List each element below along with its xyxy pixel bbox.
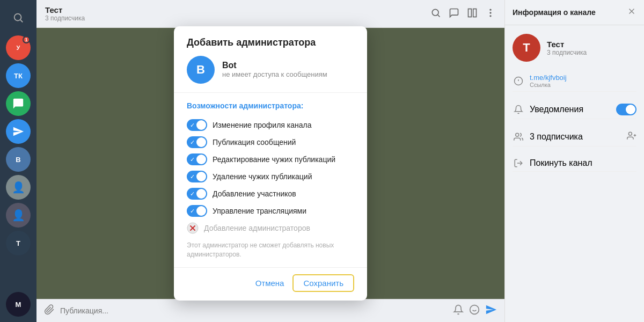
right-panel-body: Т Тест 3 подписчика t.me/kjfvboij Ссылка xyxy=(505,25,644,180)
sidebar-item-chat[interactable] xyxy=(6,91,31,116)
bot-avatar: B xyxy=(187,56,215,84)
perm-label-edit: Редактирование чужих публикаций xyxy=(213,155,335,164)
right-panel-header: Информация о канале xyxy=(505,0,644,25)
perm-row-edit: ✓ Редактирование чужих публикаций xyxy=(187,151,354,168)
members-row: 3 подписчика xyxy=(513,128,636,147)
sidebar-item-person2[interactable]: 👤 xyxy=(6,203,31,228)
bot-name: Bot xyxy=(222,61,327,70)
members-content: 3 подписчика xyxy=(530,132,621,142)
chat-input-bar xyxy=(36,299,504,322)
sidebar-item-udal[interactable]: У 1 xyxy=(6,35,31,60)
perm-label-profile: Изменение профиля канала xyxy=(213,121,311,129)
perm-toggle-profile[interactable]: ✓ xyxy=(187,119,207,131)
svg-point-7 xyxy=(489,12,491,13)
bell-panel-icon xyxy=(513,105,524,114)
perm-label-admins: Добавление администраторов xyxy=(204,224,310,232)
bot-info: B Bot не имеет доступа к сообщениям xyxy=(187,56,354,84)
notifications-toggle[interactable] xyxy=(616,104,636,115)
channel-avatar: Т xyxy=(513,34,540,62)
channel-link[interactable]: t.me/kjfvboij xyxy=(530,74,636,82)
modal-header: Добавить администратора B Bot не имеет д… xyxy=(174,26,367,93)
svg-point-0 xyxy=(14,14,21,21)
link-label: Ссылка xyxy=(530,82,636,88)
save-button[interactable]: Сохранить xyxy=(292,274,354,292)
add-member-icon[interactable] xyxy=(627,131,636,143)
perm-label-publish: Публикация сообщений xyxy=(213,138,296,147)
svg-rect-4 xyxy=(469,9,472,17)
leave-label: Покинуть канал xyxy=(530,158,636,168)
perm-row-members: ✓ Добавление участников xyxy=(187,185,354,202)
svg-point-20 xyxy=(516,133,519,136)
perm-row-publish: ✓ Публикация сообщений xyxy=(187,134,354,151)
close-icon[interactable] xyxy=(627,6,636,18)
modal-title: Добавить администратора xyxy=(187,37,354,48)
svg-rect-5 xyxy=(473,9,477,17)
perm-row-delete: ✓ Удаление чужих публикаций xyxy=(187,168,354,185)
sidebar-item-t[interactable]: Т xyxy=(6,231,31,255)
right-panel: Информация о канале Т Тест 3 подписчика … xyxy=(504,0,644,322)
subscriber-count: 3 подписчика xyxy=(45,14,85,22)
sidebar-item-vk[interactable]: В xyxy=(6,147,31,172)
search-button[interactable] xyxy=(6,5,31,30)
channel-name: Тест xyxy=(45,5,85,14)
perm-toggle-delete[interactable]: ✓ xyxy=(187,171,207,182)
sidebar-item-tk[interactable]: ТК xyxy=(6,63,31,88)
sidebar: У 1 ТК В 👤 👤 Т М xyxy=(0,0,36,322)
channel-info-text: Тест 3 подписчика xyxy=(547,40,587,56)
perm-icon-admins[interactable] xyxy=(187,222,199,234)
sidebar-item-person1[interactable]: 👤 xyxy=(6,175,31,200)
channel-title: Тест xyxy=(547,40,587,49)
toolbar-icons xyxy=(430,8,496,20)
perm-toggle-publish[interactable]: ✓ xyxy=(187,136,207,148)
notifications-label: Уведомления xyxy=(530,105,611,114)
send-icon[interactable] xyxy=(485,304,497,318)
add-admin-modal: Добавить администратора B Bot не имеет д… xyxy=(174,26,367,301)
emoji-icon[interactable] xyxy=(469,304,480,317)
attachment-icon[interactable] xyxy=(44,304,55,317)
members-icon xyxy=(513,132,524,142)
perm-label-delete: Удаление чужих публикаций xyxy=(213,172,312,181)
perm-label-members: Добавление участников xyxy=(213,189,296,198)
perm-toggle-edit[interactable]: ✓ xyxy=(187,153,207,165)
info-icon xyxy=(513,76,524,86)
perm-toggle-members[interactable]: ✓ xyxy=(187,188,207,200)
bell-icon[interactable] xyxy=(453,304,464,317)
message-input[interactable] xyxy=(60,306,448,315)
modal-overlay: Добавить администратора B Bot не имеет д… xyxy=(36,28,504,299)
leave-icon xyxy=(513,158,524,168)
perm-row-profile: ✓ Изменение профиля канала xyxy=(187,116,354,134)
modal-body: Возможности администратора: ✓ Изменение … xyxy=(174,93,367,268)
channel-info-top: Т Тест 3 подписчика xyxy=(513,34,636,62)
link-content: t.me/kjfvboij Ссылка xyxy=(530,74,636,88)
perm-row-streams: ✓ Управление трансляциями xyxy=(187,202,354,219)
chat-toolbar: Тест 3 подписчика xyxy=(36,0,504,28)
sidebar-item-m[interactable]: М xyxy=(6,292,31,317)
svg-point-21 xyxy=(628,132,632,135)
notifications-row: Уведомления xyxy=(513,100,636,119)
search-toolbar-icon[interactable] xyxy=(430,8,441,20)
svg-point-12 xyxy=(470,305,479,314)
svg-line-1 xyxy=(20,20,23,22)
chat-body: Добавить администратора B Bot не имеет д… xyxy=(36,28,504,299)
perm-toggle-streams[interactable]: ✓ xyxy=(187,205,207,217)
modal-footer: Отмена Сохранить xyxy=(174,267,367,301)
perm-row-admins: Добавление администраторов xyxy=(187,219,354,237)
leave-row[interactable]: Покинуть канал xyxy=(513,155,636,172)
svg-point-2 xyxy=(432,9,438,16)
right-panel-title: Информация о канале xyxy=(513,8,596,17)
svg-point-8 xyxy=(489,15,491,17)
columns-icon[interactable] xyxy=(467,8,478,20)
chat-icon[interactable] xyxy=(449,8,459,20)
svg-line-3 xyxy=(438,14,440,17)
sidebar-item-telegram[interactable] xyxy=(6,119,31,144)
bot-subtitle: не имеет доступа к сообщениям xyxy=(222,70,327,78)
svg-point-6 xyxy=(489,9,491,10)
bot-details: Bot не имеет доступа к сообщениям xyxy=(222,61,327,78)
link-row: t.me/kjfvboij Ссылка xyxy=(513,70,636,92)
admin-note: Этот администратор не сможет добавлять н… xyxy=(187,241,354,259)
channel-sub-count: 3 подписчика xyxy=(547,49,587,56)
perm-label-streams: Управление трансляциями xyxy=(213,207,306,215)
cancel-button[interactable]: Отмена xyxy=(255,279,284,288)
permissions-title: Возможности администратора: xyxy=(187,101,354,110)
more-icon[interactable] xyxy=(485,8,496,20)
